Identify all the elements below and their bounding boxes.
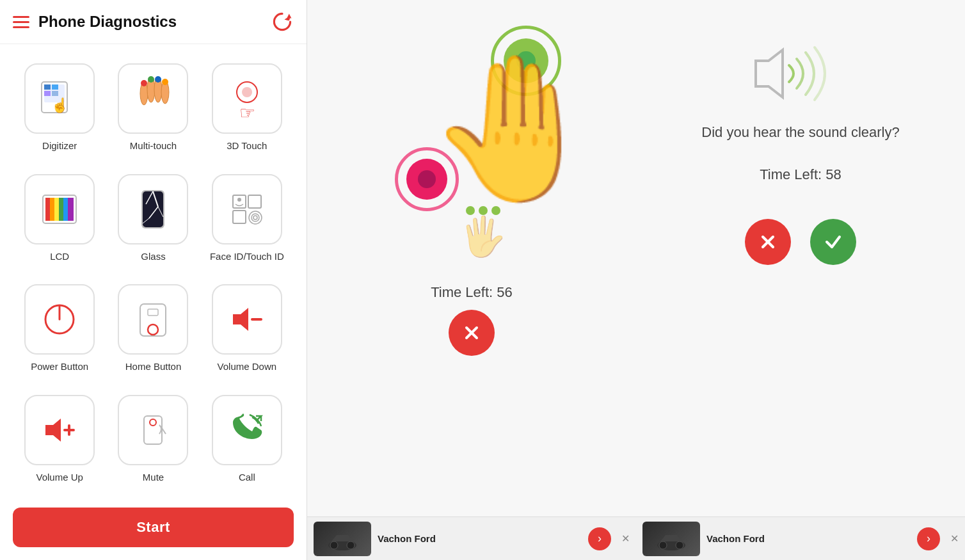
digitizer-label: Digitizer [42,140,77,151]
svg-marker-48 [45,419,61,442]
svg-rect-36 [233,211,246,223]
glass-icon-box [118,174,188,244]
grid-item-digitizer[interactable]: ☝ Digitizer [13,57,106,168]
right-ad-car-image [655,526,687,552]
svg-rect-3 [44,84,51,90]
svg-text:☞: ☞ [239,103,255,122]
svg-point-14 [155,76,161,83]
right-ad-thumbnail [642,522,700,556]
grid-item-volumedown[interactable]: Volume Down [200,278,294,388]
grid-item-mute[interactable]: Mute [106,388,200,499]
grid-item-homebutton[interactable]: Home Button [106,278,200,388]
middle-ad-close[interactable]: ✕ [621,532,630,545]
grid-item-powerbutton[interactable]: Power Button [13,278,106,388]
three-finger-illustration: 🖐 [459,206,507,256]
svg-rect-51 [144,416,162,444]
svg-point-58 [330,541,338,549]
ad-car-image [326,526,358,552]
lcd-label: LCD [50,251,69,262]
svg-marker-60 [756,50,783,97]
middle-ad-thumbnail [314,522,371,556]
glass-label: Glass [141,251,165,262]
3dtouch-label: 3D Touch [227,140,267,151]
svg-rect-6 [52,91,58,96]
right-action-buttons [745,209,856,265]
mute-icon-box [118,395,188,465]
homebutton-icon [130,296,176,342]
digitizer-icon: ☝ [36,76,83,122]
right-confirm-button[interactable] [810,219,856,265]
powerbutton-icon-box [24,284,95,355]
middle-time-left: Time Left: 56 [431,284,513,301]
middle-panel: 🤚 🖐 Time Left: 56 [307,0,636,560]
3dtouch-icon: ☞ [224,76,270,122]
grid-item-call[interactable]: Call [200,388,294,499]
volumedown-label: Volume Down [218,361,277,372]
faceid-icon [224,186,270,232]
refresh-icon[interactable] [271,10,294,33]
touch-test-illustration: 🤚 🖐 [363,19,580,275]
svg-marker-0 [287,13,291,18]
svg-point-40 [237,198,241,202]
menu-button[interactable] [13,16,29,28]
svg-rect-4 [52,84,58,90]
call-icon [224,407,270,453]
svg-rect-25 [63,198,68,221]
svg-point-13 [148,76,154,83]
app-title: Phone Diagnostics [38,13,262,31]
mute-icon [130,407,176,453]
svg-point-38 [251,214,259,221]
call-icon-box [212,395,282,465]
hand-pointing-illustration: 🤚 [427,58,603,198]
multitouch-icon [130,76,176,122]
right-ad-close[interactable]: ✕ [950,532,959,545]
multitouch-icon-box [118,63,188,134]
svg-rect-23 [54,198,59,221]
svg-point-12 [141,80,147,86]
middle-ad-brand: Vachon Ford [378,533,582,544]
svg-point-39 [253,216,257,220]
middle-ad-arrow[interactable]: › [588,527,611,550]
grid-item-glass[interactable]: Glass [106,168,200,278]
svg-rect-35 [248,195,261,208]
svg-rect-21 [45,198,50,221]
right-cancel-button[interactable] [745,219,791,265]
volumeup-label: Volume Up [36,472,83,483]
volumeup-icon-box [24,395,95,465]
faceid-icon-box [212,174,282,244]
grid-item-multitouch[interactable]: Multi-touch [106,57,200,168]
homebutton-icon-box [118,284,188,355]
svg-rect-24 [59,198,63,221]
right-ad-arrow[interactable]: › [917,527,940,550]
3dtouch-icon-box: ☞ [212,63,282,134]
volumeup-icon [36,407,83,453]
svg-rect-28 [143,191,163,227]
left-panel: Phone Diagnostics ☝ [0,0,307,560]
app-header: Phone Diagnostics [0,0,307,44]
grid-item-lcd[interactable]: LCD [13,168,106,278]
grid-item-3dtouch[interactable]: ☞ 3D Touch [200,57,294,168]
homebutton-label: Home Button [125,361,182,372]
svg-point-44 [148,324,158,335]
svg-point-37 [249,211,262,224]
volumedown-icon [224,296,270,342]
right-ad-brand: Vachon Ford [706,533,911,544]
svg-rect-26 [68,198,74,221]
grid-item-volumeup[interactable]: Volume Up [13,388,106,499]
right-cancel-x-icon [756,230,779,253]
start-btn-container: Start [0,499,307,560]
multitouch-label: Multi-touch [130,140,177,151]
svg-point-59 [347,541,355,549]
diagnostics-grid: ☝ Digitizer Mu [0,44,307,499]
powerbutton-icon [36,296,83,342]
lcd-icon-box [24,174,95,244]
middle-cancel-button[interactable] [449,310,495,356]
right-panel: Did you hear the sound clearly? Time Lef… [636,0,965,560]
svg-text:☝: ☝ [51,97,69,114]
lcd-icon [36,186,83,232]
faceid-label: Face ID/Touch ID [210,251,284,262]
grid-item-faceid[interactable]: Face ID/Touch ID [200,168,294,278]
start-button[interactable]: Start [13,508,294,547]
svg-rect-5 [44,91,51,96]
svg-point-65 [676,541,683,549]
